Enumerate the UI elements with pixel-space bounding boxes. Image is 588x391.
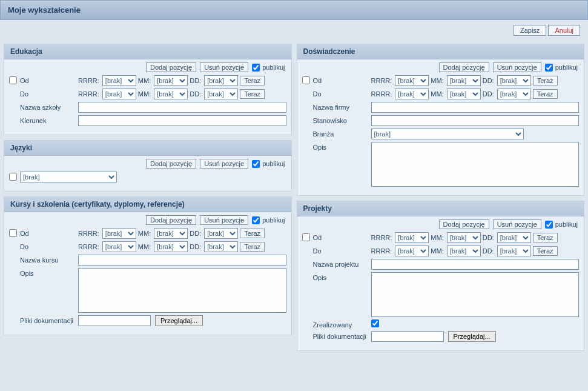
- panel-dosw-header: Doświadczenie: [297, 44, 584, 59]
- panel-projekty: Projekty Dodaj pozycję Usuń pozycje publ…: [297, 201, 585, 351]
- kursy-row-checkbox[interactable]: [9, 229, 17, 237]
- edu-do-rrrr-select[interactable]: [brak]: [102, 89, 136, 99]
- dosw-industry-select[interactable]: [brak]: [371, 129, 524, 139]
- kursy-name-input[interactable]: [78, 255, 286, 266]
- panel-edukacja-header: Edukacja: [4, 44, 291, 59]
- label-kierunek: Kierunek: [20, 115, 78, 124]
- publish-text: publikuj: [262, 64, 285, 71]
- proj-publish-checkbox[interactable]: [545, 221, 553, 229]
- edu-od-mm-select[interactable]: [brak]: [154, 75, 188, 86]
- proj-name-input[interactable]: [371, 259, 580, 270]
- kursy-add-button[interactable]: Dodaj pozycję: [146, 215, 196, 225]
- kursy-od-dd-select[interactable]: [brak]: [204, 228, 238, 239]
- dosw-od-rrrr-select[interactable]: [brak]: [395, 75, 429, 86]
- proj-od-dd-select[interactable]: [brak]: [497, 232, 531, 243]
- lang-row-checkbox[interactable]: [9, 173, 17, 181]
- kursy-browse-button[interactable]: Przeglądaj...: [155, 315, 203, 326]
- edu-add-button[interactable]: Dodaj pozycję: [146, 62, 196, 72]
- panel-doswiadczenie: Doświadczenie Dodaj pozycję Usuń pozycje…: [297, 44, 585, 196]
- dosw-opis-textarea[interactable]: [371, 142, 580, 187]
- lang-publish-checkbox[interactable]: [252, 160, 260, 168]
- proj-do-now-button[interactable]: Teraz: [533, 246, 558, 256]
- proj-row-checkbox[interactable]: [302, 233, 310, 241]
- dosw-company-input[interactable]: [371, 102, 580, 113]
- panel-jezyki: Języki Dodaj pozycję Usuń pozycje publik…: [4, 140, 292, 192]
- proj-od-rrrr-select[interactable]: [brak]: [395, 232, 429, 243]
- kursy-opis-textarea[interactable]: [78, 268, 286, 313]
- label-dd: DD:: [190, 77, 201, 84]
- lang-select[interactable]: [brak]: [20, 172, 117, 182]
- kursy-do-dd-select[interactable]: [brak]: [204, 241, 238, 252]
- kursy-file-input[interactable]: [78, 315, 151, 326]
- proj-do-dd-select[interactable]: [brak]: [497, 246, 531, 256]
- panel-jezyki-header: Języki: [4, 141, 291, 156]
- edu-od-rrrr-select[interactable]: [brak]: [102, 75, 136, 86]
- proj-opis-textarea[interactable]: [371, 272, 580, 317]
- top-actions: Zapisz Anuluj: [0, 20, 588, 41]
- edu-do-mm-select[interactable]: [brak]: [154, 89, 188, 99]
- label-do: Do: [20, 89, 78, 98]
- dosw-do-mm-select[interactable]: [brak]: [447, 89, 481, 99]
- proj-remove-button[interactable]: Usuń pozycje: [493, 219, 541, 229]
- page-title: Moje wykształcenie: [0, 0, 588, 20]
- save-button[interactable]: Zapisz: [514, 25, 546, 36]
- proj-done-checkbox[interactable]: [371, 319, 379, 327]
- label-pliki: Pliki dokumentacji: [20, 315, 78, 324]
- label-mm: MM:: [138, 77, 151, 84]
- proj-od-now-button[interactable]: Teraz: [533, 233, 558, 242]
- edu-publish-label: publikuj: [252, 64, 285, 72]
- label-od: Od: [20, 75, 78, 84]
- lang-add-button[interactable]: Dodaj pozycję: [146, 159, 196, 169]
- proj-do-mm-select[interactable]: [brak]: [447, 246, 481, 256]
- kursy-od-now-button[interactable]: Teraz: [240, 229, 265, 238]
- edu-school-input[interactable]: [78, 102, 286, 113]
- proj-file-input[interactable]: [371, 331, 444, 342]
- proj-browse-button[interactable]: Przeglądaj...: [448, 331, 496, 342]
- label-nazwa-firmy: Nazwa firmy: [313, 102, 371, 111]
- edu-od-dd-select[interactable]: [brak]: [204, 75, 238, 86]
- kursy-do-rrrr-select[interactable]: [brak]: [102, 241, 136, 252]
- label-branza: Branża: [313, 129, 371, 138]
- dosw-do-now-button[interactable]: Teraz: [533, 89, 558, 99]
- edu-do-now-button[interactable]: Teraz: [240, 89, 265, 99]
- label-rrrr: RRRR:: [78, 77, 99, 84]
- proj-od-mm-select[interactable]: [brak]: [447, 232, 481, 243]
- dosw-od-dd-select[interactable]: [brak]: [497, 75, 531, 86]
- proj-do-rrrr-select[interactable]: [brak]: [395, 246, 429, 256]
- kursy-do-mm-select[interactable]: [brak]: [154, 241, 188, 252]
- kursy-do-now-button[interactable]: Teraz: [240, 242, 265, 252]
- dosw-do-dd-select[interactable]: [brak]: [497, 89, 531, 99]
- panel-kursy: Kursy i szkolenia (certyfikaty, dyplomy,…: [4, 196, 292, 335]
- dosw-remove-button[interactable]: Usuń pozycje: [493, 62, 541, 72]
- edu-row-checkbox[interactable]: [9, 76, 17, 84]
- lang-remove-button[interactable]: Usuń pozycje: [200, 159, 248, 169]
- dosw-publish-checkbox[interactable]: [545, 64, 553, 72]
- label-zrealizowany: Zrealizowany: [313, 319, 371, 329]
- panel-kursy-header: Kursy i szkolenia (certyfikaty, dyplomy,…: [4, 197, 291, 212]
- edu-do-dd-select[interactable]: [brak]: [204, 89, 238, 99]
- cancel-button[interactable]: Anuluj: [548, 25, 580, 36]
- panel-edukacja: Edukacja Dodaj pozycję Usuń pozycje publ…: [4, 44, 292, 135]
- proj-add-button[interactable]: Dodaj pozycję: [439, 219, 489, 229]
- edu-publish-checkbox[interactable]: [252, 64, 260, 72]
- dosw-add-button[interactable]: Dodaj pozycję: [439, 62, 489, 72]
- label-nazwa-kursu: Nazwa kursu: [20, 255, 78, 264]
- label-nazwa-projektu: Nazwa projektu: [313, 259, 371, 268]
- dosw-do-rrrr-select[interactable]: [brak]: [395, 89, 429, 99]
- edu-remove-button[interactable]: Usuń pozycje: [200, 62, 248, 72]
- panel-projekty-header: Projekty: [297, 201, 584, 216]
- kursy-od-rrrr-select[interactable]: [brak]: [102, 228, 136, 239]
- edu-direction-input[interactable]: [78, 115, 286, 126]
- dosw-position-input[interactable]: [371, 115, 580, 126]
- dosw-row-checkbox[interactable]: [302, 76, 310, 84]
- kursy-publish-checkbox[interactable]: [252, 216, 260, 224]
- kursy-remove-button[interactable]: Usuń pozycje: [200, 215, 248, 225]
- label-stanowisko: Stanowisko: [313, 115, 371, 124]
- label-nazwa-szkoly: Nazwa szkoły: [20, 102, 78, 111]
- kursy-od-mm-select[interactable]: [brak]: [154, 228, 188, 239]
- dosw-od-now-button[interactable]: Teraz: [533, 76, 558, 85]
- dosw-od-mm-select[interactable]: [brak]: [447, 75, 481, 86]
- edu-od-now-button[interactable]: Teraz: [240, 76, 265, 85]
